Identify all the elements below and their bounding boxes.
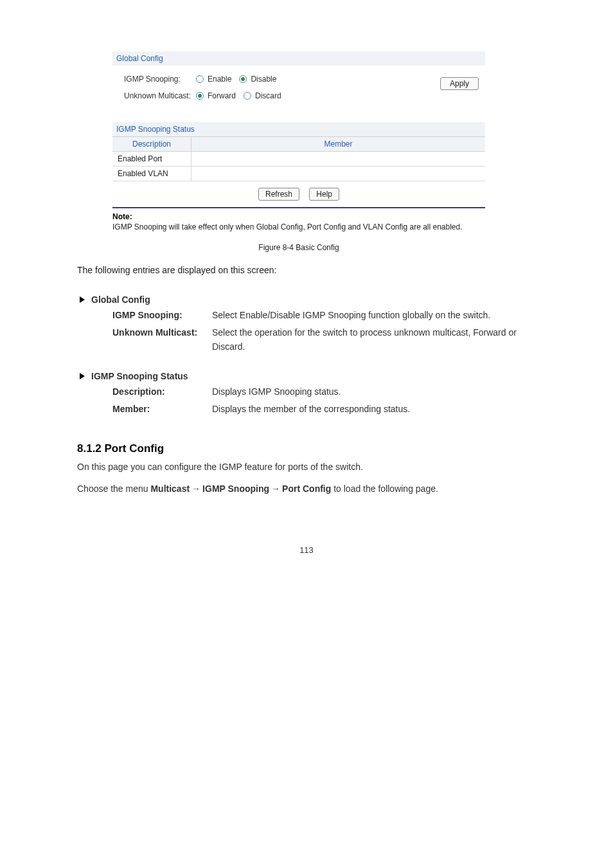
status-table: Description Member Enabled Port Enabled … (112, 137, 485, 181)
def-term-unknown: Unknown Multicast: (112, 326, 212, 354)
arrow-icon: → (271, 484, 280, 494)
igmp-disable-radio[interactable] (239, 75, 247, 83)
intro-text: The following entries are displayed on t… (77, 264, 527, 278)
row0-member (191, 152, 486, 167)
note-body: IGMP Snooping will take effect only when… (112, 222, 485, 231)
port-config-para: On this page you can configure the IGMP … (77, 460, 536, 475)
help-button[interactable]: Help (309, 188, 339, 201)
igmp-enable-text: Enable (208, 75, 231, 84)
status-heading: IGMP Snooping Status (91, 371, 188, 381)
def-body-description: Displays IGMP Snooping status. (212, 385, 524, 399)
unknown-forward-text: Forward (208, 91, 236, 100)
refresh-button[interactable]: Refresh (258, 188, 299, 201)
breadcrumb-suffix: to load the following page. (333, 484, 438, 494)
global-config-title: Global Config (112, 51, 485, 66)
breadcrumb-p3: Port Config (282, 484, 331, 494)
breadcrumb-p2: IGMP Snooping (202, 484, 269, 494)
def-term-igmp: IGMP Snooping: (112, 309, 212, 323)
global-config-heading: Global Config (91, 294, 150, 305)
status-header-member: Member (191, 137, 486, 152)
page-number: 113 (77, 545, 536, 555)
breadcrumb-p1: Multicast (150, 484, 190, 494)
chevron-right-icon (80, 373, 85, 379)
port-config-heading: 8.1.2 Port Config (77, 442, 536, 455)
def-body-unknown: Select the operation for the switch to p… (212, 326, 524, 354)
unknown-discard-radio[interactable] (244, 92, 251, 100)
igmp-snooping-label: IGMP Snooping: (124, 75, 196, 84)
def-body-igmp: Select Enable/Disable IGMP Snooping func… (212, 309, 524, 323)
apply-button[interactable]: Apply (440, 77, 479, 90)
arrow-icon: → (191, 484, 200, 494)
unknown-forward-radio[interactable] (196, 92, 204, 100)
igmp-disable-text: Disable (251, 75, 276, 84)
def-term-description: Description: (112, 385, 212, 399)
status-header-desc: Description (112, 137, 191, 152)
breadcrumb: Choose the menu Multicast→IGMP Snooping→… (77, 484, 536, 494)
igmp-enable-radio[interactable] (196, 75, 204, 83)
table-row: Enabled Port (112, 152, 485, 167)
table-row: Enabled VLAN (112, 167, 485, 181)
row0-desc: Enabled Port (112, 152, 191, 167)
figure-caption: Figure 8-4 Basic Config (112, 243, 485, 252)
def-body-member: Displays the member of the corresponding… (212, 402, 524, 417)
breadcrumb-prefix: Choose the menu (77, 484, 148, 494)
row1-member (191, 167, 486, 181)
unknown-discard-text: Discard (255, 91, 281, 100)
row1-desc: Enabled VLAN (112, 167, 191, 181)
unknown-multicast-label: Unknown Multicast: (124, 91, 196, 100)
status-title: IGMP Snooping Status (112, 122, 485, 137)
chevron-right-icon (80, 296, 85, 303)
def-term-member: Member: (112, 402, 212, 417)
note-title: Note: (112, 212, 485, 221)
